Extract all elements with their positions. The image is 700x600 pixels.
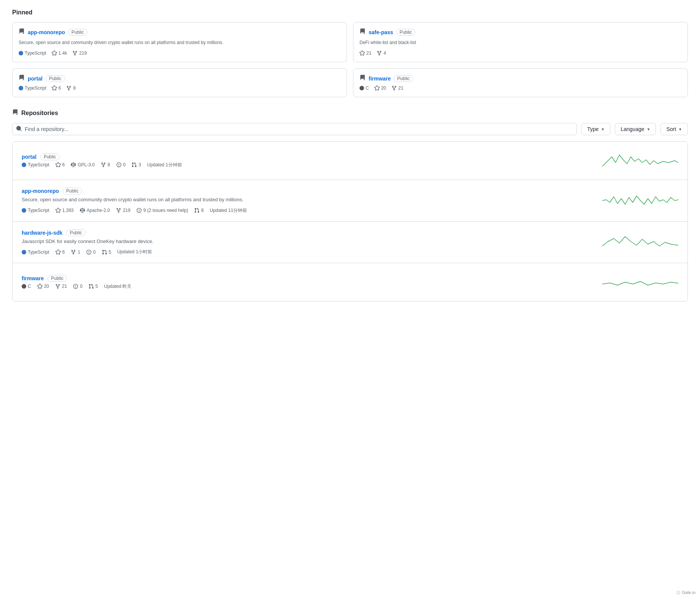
repo-item-left: firmware Public C 20 21 0 bbox=[22, 275, 590, 290]
card-meta: C 20 21 bbox=[360, 85, 681, 91]
repo-link[interactable]: portal bbox=[28, 76, 43, 82]
lang-item: TypeScript bbox=[22, 208, 49, 213]
fork-count: 219 bbox=[79, 51, 87, 56]
issues-item: 9 (2 issues need help) bbox=[136, 208, 188, 213]
license-item: Apache-2.0 bbox=[80, 208, 110, 213]
fork-count: 219 bbox=[123, 208, 130, 213]
card-header: safe-pass Public bbox=[360, 28, 681, 36]
language-filter-button[interactable]: Language ▼ bbox=[615, 123, 656, 135]
lang-dot bbox=[19, 51, 23, 55]
repo-item-app-monorepo: app-monorepo Public Secure, open source … bbox=[13, 180, 687, 222]
repo-link[interactable]: portal bbox=[22, 154, 36, 160]
lang-dot bbox=[19, 86, 23, 90]
lang-dot bbox=[22, 163, 26, 167]
license-name: GPL-3.0 bbox=[78, 162, 95, 167]
issue-count: 0 bbox=[93, 249, 96, 255]
public-badge: Public bbox=[66, 229, 86, 236]
fork-count: 8 bbox=[73, 85, 76, 91]
repo-link[interactable]: safe-pass bbox=[369, 29, 393, 35]
lang-name: TypeScript bbox=[28, 249, 49, 255]
lang-item: C bbox=[22, 284, 31, 289]
lang-dot bbox=[360, 86, 364, 90]
star-count: 6 bbox=[59, 85, 61, 91]
language-label: Language bbox=[621, 126, 644, 132]
issue-count: 0 bbox=[80, 284, 82, 289]
forks-item: 1 bbox=[71, 249, 80, 255]
repo-desc: Secure, open source and community driven… bbox=[22, 196, 590, 204]
stars-item: 1,393 bbox=[55, 208, 74, 213]
lang-dot bbox=[22, 284, 26, 289]
public-badge: Public bbox=[63, 188, 82, 194]
repo-link[interactable]: hardware-js-sdk bbox=[22, 230, 62, 236]
license-name: Apache-2.0 bbox=[87, 208, 110, 213]
star-count: 6 bbox=[62, 162, 65, 167]
pr-count: 3 bbox=[138, 162, 141, 167]
repo-icon bbox=[19, 75, 25, 82]
forks-item: 219 bbox=[72, 51, 87, 56]
forks-item: 21 bbox=[55, 284, 67, 289]
pinned-card-firmware: firmware Public C 20 21 bbox=[353, 68, 688, 97]
lang-dot bbox=[22, 208, 26, 213]
card-header: portal Public bbox=[19, 75, 340, 82]
repos-section-header: Repositories bbox=[12, 109, 688, 117]
repo-item-header: app-monorepo Public bbox=[22, 188, 590, 194]
search-icon bbox=[16, 126, 22, 133]
public-badge: Public bbox=[68, 29, 87, 36]
card-header: app-monorepo Public bbox=[19, 28, 340, 36]
lang-name: C bbox=[28, 284, 31, 289]
star-count: 1,393 bbox=[62, 208, 74, 213]
repo-item-portal: portal Public TypeScript 6 GPL-3.0 8 bbox=[13, 142, 687, 180]
repo-item-left: app-monorepo Public Secure, open source … bbox=[22, 188, 590, 214]
issue-count: 9 (2 issues need help) bbox=[143, 208, 188, 213]
repo-item-left: portal Public TypeScript 6 GPL-3.0 8 bbox=[22, 153, 590, 168]
prs-item: 5 bbox=[89, 284, 98, 289]
lang-item: TypeScript bbox=[19, 51, 46, 56]
issue-count: 0 bbox=[123, 162, 126, 167]
license-item: GPL-3.0 bbox=[71, 162, 95, 167]
repo-desc: Javascript SDK for easily connect OneKey… bbox=[22, 238, 590, 245]
forks-item: 219 bbox=[116, 208, 130, 213]
repo-link[interactable]: app-monorepo bbox=[22, 188, 59, 194]
issues-item: 0 bbox=[116, 162, 126, 167]
type-filter-button[interactable]: Type ▼ bbox=[581, 123, 610, 135]
stars-item: 21 bbox=[360, 51, 371, 56]
stars-item: 1.4k bbox=[52, 51, 67, 56]
star-count: 20 bbox=[381, 85, 386, 91]
repo-item-firmware: firmware Public C 20 21 0 bbox=[13, 263, 687, 301]
issues-item: 0 bbox=[73, 284, 82, 289]
repo-link[interactable]: app-monorepo bbox=[28, 29, 65, 35]
lang-item: TypeScript bbox=[19, 85, 46, 91]
updated-text: Updated 11分钟前 bbox=[210, 207, 247, 214]
sparkline-chart bbox=[602, 231, 678, 254]
lang-name: C bbox=[366, 85, 369, 91]
public-badge: Public bbox=[40, 153, 60, 160]
pinned-grid: app-monorepo Public Secure, open source … bbox=[12, 22, 688, 97]
repo-item-meta: TypeScript 6 GPL-3.0 8 0 3 bbox=[22, 162, 590, 168]
lang-item: TypeScript bbox=[22, 249, 49, 255]
sparkline-svg bbox=[602, 149, 678, 172]
card-meta: 21 4 bbox=[360, 51, 681, 56]
star-count: 20 bbox=[44, 284, 49, 289]
sort-filter-button[interactable]: Sort ▼ bbox=[660, 123, 688, 135]
prs-item: 8 bbox=[194, 208, 204, 213]
repo-item-header: firmware Public bbox=[22, 275, 590, 282]
repo-link[interactable]: firmware bbox=[369, 76, 391, 82]
repo-item-hardware-js-sdk: hardware-js-sdk Public Javascript SDK fo… bbox=[13, 222, 687, 264]
card-meta: TypeScript 1.4k 219 bbox=[19, 51, 340, 56]
lang-dot bbox=[22, 250, 26, 254]
pinned-section-title: Pinned bbox=[12, 9, 688, 16]
repo-icon bbox=[360, 75, 366, 82]
forks-item: 8 bbox=[101, 162, 110, 167]
public-badge: Public bbox=[394, 75, 413, 82]
fork-count: 21 bbox=[62, 284, 67, 289]
sparkline-svg bbox=[602, 231, 678, 254]
card-desc: DeFi white-list and black-list bbox=[360, 39, 681, 46]
pinned-card-portal: portal Public TypeScript 6 8 bbox=[12, 68, 347, 97]
forks-item: 8 bbox=[66, 85, 76, 91]
repo-link[interactable]: firmware bbox=[22, 275, 44, 281]
forks-item: 21 bbox=[391, 85, 403, 91]
search-wrapper bbox=[12, 123, 577, 135]
star-count: 21 bbox=[366, 51, 371, 56]
search-input[interactable] bbox=[12, 123, 577, 135]
type-label: Type bbox=[587, 126, 599, 132]
